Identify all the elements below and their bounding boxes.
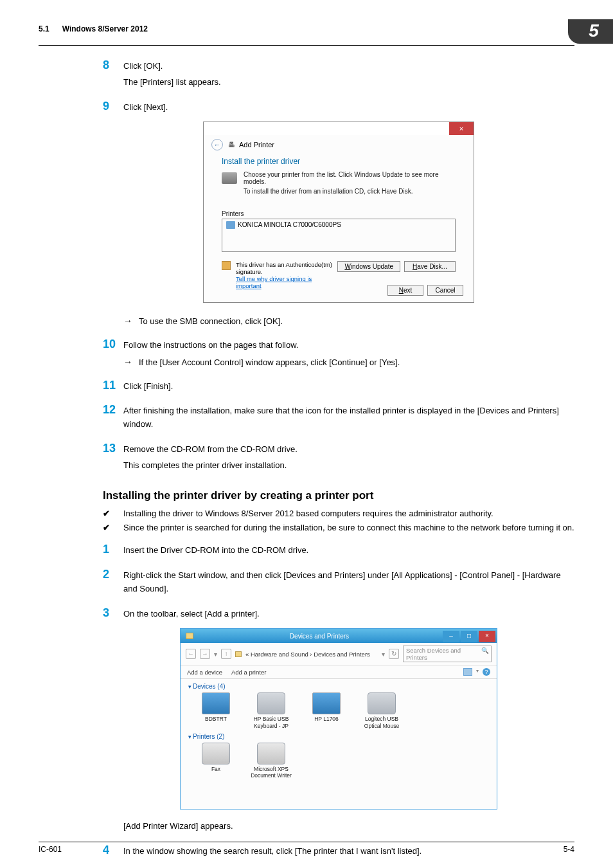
step-text: Remove the CD-ROM from the CD-ROM drive.	[123, 443, 574, 457]
step-number: 1	[103, 543, 123, 560]
keyboard-icon	[257, 692, 285, 714]
step-text: Right-click the Start window, and then c…	[123, 569, 574, 596]
step-b2: 2 Right-click the Start window, and then…	[103, 568, 574, 599]
help-icon[interactable]: ?	[483, 668, 490, 676]
page-footer: IC-601 5-4	[39, 842, 574, 854]
shield-icon	[222, 261, 231, 270]
section-heading: 5.1 Windows 8/Server 2012	[39, 19, 148, 33]
step-number: 10	[103, 338, 123, 371]
dialog-line1: Choose your printer from the list. Click…	[244, 171, 456, 185]
device-item[interactable]: BDBTRT	[195, 692, 237, 728]
printer-icon	[226, 221, 235, 229]
step-9-arrow: To use the SMB connection, click [OK].	[103, 312, 574, 329]
fax-icon	[202, 743, 230, 764]
main-content: 8 Click [OK]. The [Printers] list appear…	[103, 59, 574, 868]
nav-back-icon[interactable]: ←	[186, 649, 196, 659]
step-number: 12	[103, 403, 123, 434]
printer-item[interactable]: Microsoft XPS Document Writer	[250, 743, 292, 779]
step-number: 13	[103, 442, 123, 475]
window-title: Devices and Printers	[196, 633, 443, 640]
printer-icon: 🖶	[228, 141, 235, 149]
maximize-icon[interactable]: □	[461, 631, 477, 642]
cancel-button[interactable]: Cancel	[427, 285, 463, 296]
monitor-icon	[202, 692, 230, 714]
device-item[interactable]: Logitech USB Optical Mouse	[360, 692, 403, 728]
signature-text: This driver has an Authenticode(tm) sign…	[236, 261, 332, 275]
windows-update-button[interactable]: WWindows Updateindows Update	[337, 261, 400, 272]
step-text: Insert the Driver CD-ROM into the CD-ROM…	[123, 544, 574, 557]
step-text: After finishing the installation, make s…	[123, 404, 574, 431]
back-icon[interactable]: ←	[211, 139, 223, 150]
printers-group[interactable]: Printers (2)	[188, 733, 489, 740]
refresh-icon[interactable]: ↻	[389, 649, 399, 659]
step-text: Click [OK].	[123, 60, 574, 73]
step-text: Click [Next].	[123, 101, 574, 114]
step-b3: 3 On the toolbar, select [Add a printer]…	[103, 606, 574, 624]
have-disk-button[interactable]: Have Disk...Have Disk...	[404, 261, 456, 272]
printers-listbox[interactable]: KONICA MINOLTA C7000/C6000PS	[222, 219, 456, 252]
search-input[interactable]: Search Devices and Printers 🔍	[403, 646, 492, 662]
nav-forward-icon[interactable]: →	[200, 649, 210, 659]
printers-label: Printers	[222, 210, 456, 217]
printer-list-item: KONICA MINOLTA C7000/C6000PS	[238, 221, 341, 228]
printer-item[interactable]: Fax	[195, 743, 237, 779]
section-number: 5.1	[39, 24, 49, 33]
step-number: 2	[103, 568, 123, 599]
step-8: 8 Click [OK]. The [Printers] list appear…	[103, 59, 574, 92]
step-text: On the toolbar, select [Add a printer].	[123, 608, 574, 621]
footer-left: IC-601	[39, 845, 62, 854]
nav-up-icon[interactable]: ↑	[221, 649, 231, 659]
view-icon[interactable]	[463, 668, 472, 676]
step-arrow: To use the SMB connection, click [OK].	[123, 313, 574, 329]
monitor-icon	[312, 692, 341, 714]
printer-icon	[257, 743, 285, 764]
breadcrumb[interactable]: « Hardware and Sound › Devices and Print…	[245, 651, 378, 658]
page-header: 5.1 Windows 8/Server 2012 5	[39, 19, 574, 46]
step-b1: 1 Insert the Driver CD-ROM into the CD-R…	[103, 543, 574, 560]
step-number: 3	[103, 606, 123, 624]
search-icon: 🔍	[481, 647, 489, 654]
add-printer-button[interactable]: Add a printer	[231, 669, 266, 676]
step-10: 10 Follow the instructions on the pages …	[103, 338, 574, 371]
disk-printer-icon	[222, 172, 237, 184]
mouse-icon	[368, 692, 396, 714]
step-after-text: [Add Printer Wizard] appears.	[123, 820, 574, 833]
step-text: Follow the instructions on the pages tha…	[123, 339, 574, 352]
step-number: 8	[103, 59, 123, 92]
folder-icon	[186, 633, 193, 639]
devices-printers-window: Devices and Printers – □ × ← → ▾ ↑ « Har…	[180, 628, 497, 809]
check-item: Installing the driver to Windows 8/Serve…	[103, 507, 574, 521]
add-device-button[interactable]: Add a device	[187, 669, 222, 676]
section-title: Windows 8/Server 2012	[62, 24, 148, 33]
chapter-badge: 5	[568, 19, 613, 44]
close-icon[interactable]: ×	[479, 631, 495, 642]
next-button[interactable]: NextNext	[387, 285, 423, 296]
step-9: 9 Click [Next].	[103, 100, 574, 117]
step-12: 12 After finishing the installation, mak…	[103, 403, 574, 434]
step-b3-after: [Add Printer Wizard] appears.	[103, 818, 574, 836]
subsection-title: Installing the printer driver by creatin…	[103, 489, 574, 502]
device-item[interactable]: HP L1706	[305, 692, 348, 728]
dialog-line2: To install the driver from an installati…	[244, 188, 456, 195]
step-number: 9	[103, 100, 123, 117]
device-item[interactable]: HP Basic USB Keyboard - JP	[250, 692, 292, 728]
signing-link[interactable]: Tell me why driver signing is important	[236, 275, 332, 289]
dialog-title: Add Printer	[239, 141, 274, 149]
step-subtext: The [Printers] list appears.	[123, 76, 574, 89]
devices-group[interactable]: Devices (4)	[188, 683, 489, 690]
step-13: 13 Remove the CD-ROM from the CD-ROM dri…	[103, 442, 574, 475]
footer-right: 5-4	[564, 845, 574, 854]
step-text: Click [Finish].	[123, 380, 574, 393]
add-printer-dialog: × ← 🖶 Add Printer Install the printer dr…	[203, 122, 474, 303]
step-arrow: If the [User Account Control] window app…	[123, 354, 574, 370]
minimize-icon[interactable]: –	[443, 631, 459, 642]
step-subtext: This completes the printer driver instal…	[123, 459, 574, 473]
close-icon[interactable]: ×	[449, 122, 474, 135]
step-number: 11	[103, 379, 123, 396]
step-11: 11 Click [Finish].	[103, 379, 574, 396]
folder-icon	[235, 651, 242, 657]
check-item: Since the printer is searched for during…	[103, 521, 574, 535]
dialog-heading: Install the printer driver	[222, 157, 456, 166]
